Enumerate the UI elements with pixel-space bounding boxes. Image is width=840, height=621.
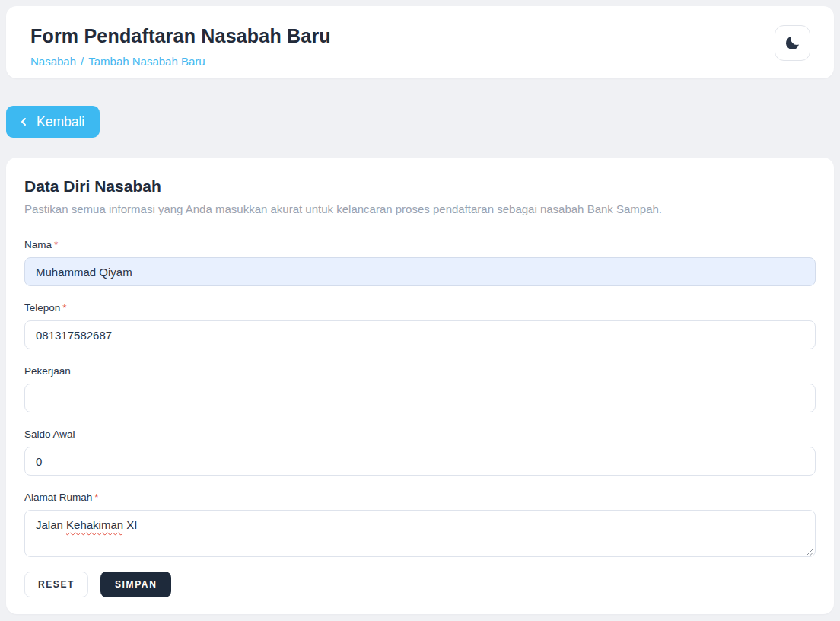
field-saldo-awal: Saldo Awal — [24, 428, 816, 476]
pekerjaan-input[interactable] — [24, 384, 816, 412]
form-title: Data Diri Nasabah — [24, 177, 816, 196]
required-asterisk: * — [94, 492, 98, 503]
telepon-label-text: Telepon — [24, 302, 60, 314]
saldo-awal-label-text: Saldo Awal — [24, 428, 75, 440]
field-nama: Nama* — [24, 239, 816, 286]
alamat-text-after: XI — [123, 518, 137, 531]
telepon-label: Telepon* — [24, 302, 816, 314]
pekerjaan-label: Pekerjaan — [24, 365, 816, 377]
alamat-text-misspelled: Kehakiman — [66, 518, 123, 531]
field-alamat-rumah: Alamat Rumah* Jalan Kehakiman XI — [24, 492, 816, 557]
textarea-resize-handle[interactable] — [805, 546, 813, 554]
reset-button[interactable]: RESET — [24, 572, 88, 597]
moon-icon — [784, 34, 801, 52]
alamat-rumah-label: Alamat Rumah* — [24, 492, 816, 503]
telepon-input[interactable] — [24, 320, 816, 349]
saldo-awal-label: Saldo Awal — [24, 428, 816, 440]
breadcrumb-link-tambah-nasabah-baru[interactable]: Tambah Nasabah Baru — [88, 55, 205, 68]
alamat-rumah-textarea-wrap: Jalan Kehakiman XI — [24, 510, 816, 557]
field-telepon: Telepon* — [24, 302, 816, 349]
alamat-text-before: Jalan — [36, 518, 66, 531]
header-card: Form Pendaftaran Nasabah Baru Nasabah / … — [6, 6, 834, 78]
save-button[interactable]: SIMPAN — [100, 572, 171, 597]
field-pekerjaan: Pekerjaan — [24, 365, 816, 412]
nama-label-text: Nama — [24, 239, 52, 250]
required-asterisk: * — [62, 302, 66, 314]
alamat-rumah-textarea[interactable]: Jalan Kehakiman XI — [24, 510, 816, 557]
breadcrumb-separator: / — [81, 55, 84, 68]
back-button-label: Kembali — [37, 114, 84, 130]
page-title: Form Pendaftaran Nasabah Baru — [30, 25, 810, 47]
back-button[interactable]: Kembali — [6, 106, 100, 138]
required-asterisk: * — [54, 239, 58, 250]
saldo-awal-input[interactable] — [24, 447, 816, 476]
breadcrumb-link-nasabah[interactable]: Nasabah — [30, 55, 76, 68]
nama-input[interactable] — [24, 257, 816, 286]
form-actions: RESET SIMPAN — [24, 572, 816, 597]
form-subtitle: Pastikan semua informasi yang Anda masuk… — [24, 202, 816, 215]
chevron-left-icon — [18, 116, 30, 128]
form-card: Data Diri Nasabah Pastikan semua informa… — [6, 158, 834, 614]
pekerjaan-label-text: Pekerjaan — [24, 365, 71, 377]
breadcrumb: Nasabah / Tambah Nasabah Baru — [30, 55, 810, 68]
alamat-rumah-label-text: Alamat Rumah — [24, 492, 92, 503]
nama-label: Nama* — [24, 239, 816, 250]
theme-toggle-button[interactable] — [775, 25, 810, 61]
